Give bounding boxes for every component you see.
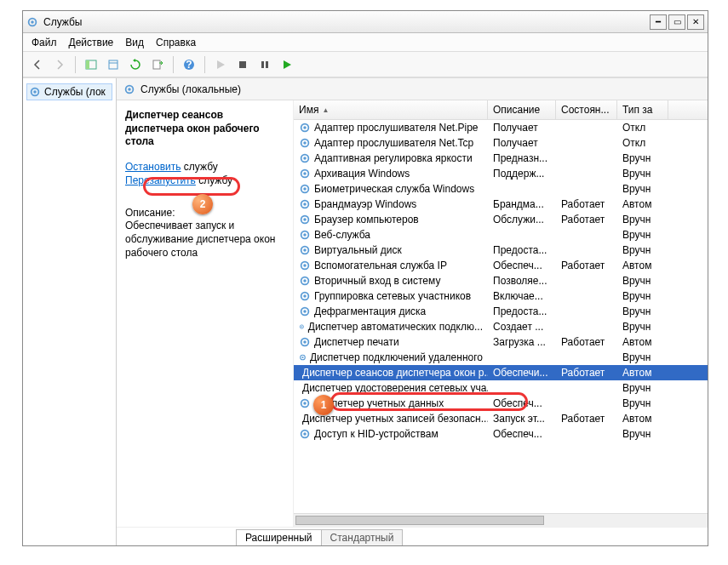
cell-desc: Загрузка ... xyxy=(488,336,556,348)
back-button[interactable] xyxy=(28,55,47,74)
cell-name: Диспетчер автоматических подклю... xyxy=(294,321,488,333)
menu-help[interactable]: Справка xyxy=(156,37,196,49)
gear-icon xyxy=(299,428,311,440)
minimize-button[interactable]: ━ xyxy=(650,14,667,30)
close-button[interactable]: ✕ xyxy=(687,14,704,30)
cell-name: Дефрагментация диска xyxy=(294,305,488,317)
menu-file[interactable]: Файл xyxy=(32,37,57,49)
restart-service-button[interactable] xyxy=(278,55,296,74)
service-row[interactable]: Доступ к HID-устройствамОбеспеч...Вручн xyxy=(294,426,708,442)
forward-button[interactable] xyxy=(50,55,69,74)
service-row[interactable]: Диспетчер учетных записей безопасн...Зап… xyxy=(294,411,708,426)
refresh-button[interactable] xyxy=(126,55,145,74)
cell-desc: Создает ... xyxy=(488,321,556,333)
show-hide-tree-button[interactable] xyxy=(82,55,100,74)
content-body: Диспетчер сеансов диспетчера окон рабоче… xyxy=(117,100,708,527)
svg-point-15 xyxy=(128,88,131,91)
cell-type: Откл xyxy=(617,122,668,134)
gear-icon xyxy=(299,351,307,363)
service-row[interactable]: Диспетчер удостоверения сетевых уча...Вр… xyxy=(294,380,708,396)
cell-state: Работает xyxy=(556,260,617,271)
cell-name: Вспомогательная служба IP xyxy=(294,260,488,271)
menu-action[interactable]: Действие xyxy=(69,37,114,49)
tree-item-services[interactable]: Службы (лок xyxy=(26,83,112,100)
service-row[interactable]: Браузер компьютеровОбслужи...РаботаетВру… xyxy=(294,212,708,227)
service-row[interactable]: Диспетчер подключений удаленногоВручн xyxy=(294,350,708,365)
service-row[interactable]: Адаптивная регулировка яркостиПредназн..… xyxy=(294,151,708,166)
svg-point-57 xyxy=(303,432,307,436)
gear-icon xyxy=(299,152,311,164)
col-name[interactable]: Имя▲ xyxy=(294,100,488,119)
svg-point-19 xyxy=(303,141,307,145)
pause-service-button[interactable] xyxy=(255,55,274,74)
help-button[interactable]: ? xyxy=(180,55,198,74)
stop-service-button[interactable] xyxy=(233,55,252,74)
scrollbar-thumb[interactable] xyxy=(295,516,544,525)
service-row[interactable]: Вспомогательная служба IPОбеспеч...Работ… xyxy=(294,258,708,273)
tab-standard[interactable]: Стандартный xyxy=(321,529,404,545)
restart-suffix: службу xyxy=(196,174,232,186)
export-button[interactable] xyxy=(148,55,167,74)
svg-point-45 xyxy=(303,340,307,344)
cell-type: Автом xyxy=(617,413,668,425)
service-row[interactable]: Адаптер прослушивателя Net.PipeПолучаетО… xyxy=(294,120,708,135)
service-row[interactable]: Биометрическая служба WindowsВручн xyxy=(294,181,708,197)
service-row[interactable]: Группировка сетевых участниковВключае...… xyxy=(294,288,708,304)
service-row[interactable]: Диспетчер учетных данныхОбеспеч...Вручн xyxy=(294,396,708,411)
separator xyxy=(204,56,205,73)
cell-state: Работает xyxy=(556,367,617,379)
service-list[interactable]: Адаптер прослушивателя Net.PipeПолучаетО… xyxy=(294,120,708,513)
svg-point-47 xyxy=(301,357,303,358)
gear-icon xyxy=(299,321,305,333)
cell-state: Работает xyxy=(556,413,617,425)
tab-extended[interactable]: Расширенный xyxy=(236,529,322,545)
cell-name: Диспетчер удостоверения сетевых уча... xyxy=(294,382,488,394)
svg-point-37 xyxy=(303,279,307,282)
service-row[interactable]: Диспетчер сеансов диспетчера окон р...Об… xyxy=(294,365,708,380)
svg-text:?: ? xyxy=(186,59,192,71)
restart-service-link[interactable]: Перезапустить xyxy=(125,174,196,186)
cell-desc: Брандма... xyxy=(488,198,556,210)
svg-rect-4 xyxy=(109,60,118,69)
service-row[interactable]: Диспетчер автоматических подклю...Создае… xyxy=(294,319,708,334)
list-header: Имя▲ Описание Состоян... Тип за xyxy=(294,100,708,120)
cell-name: Архивация Windows xyxy=(294,168,488,180)
services-icon xyxy=(26,16,38,28)
service-row[interactable]: Диспетчер печатиЗагрузка ...РаботаетАвто… xyxy=(294,334,708,350)
start-service-button[interactable] xyxy=(211,55,230,74)
horizontal-scrollbar[interactable] xyxy=(294,513,708,527)
svg-point-27 xyxy=(303,203,307,206)
col-startup-type[interactable]: Тип за xyxy=(617,100,668,119)
cell-state: Работает xyxy=(556,214,617,225)
list-pane: Имя▲ Описание Состоян... Тип за Адаптер … xyxy=(294,100,708,527)
svg-point-13 xyxy=(33,90,37,94)
service-row[interactable]: Архивация WindowsПоддерж...Вручн xyxy=(294,166,708,181)
col-state[interactable]: Состоян... xyxy=(556,100,617,119)
content-pane: Службы (локальные) Диспетчер сеансов дис… xyxy=(117,78,708,545)
stop-link-row: Остановить службу xyxy=(125,161,284,173)
cell-name: Виртуальный диск xyxy=(294,244,488,256)
service-row[interactable]: Виртуальный дискПредоста...Вручн xyxy=(294,243,708,258)
sort-asc-icon: ▲ xyxy=(322,106,329,114)
cell-type: Вручн xyxy=(617,152,668,164)
menu-view[interactable]: Вид xyxy=(125,37,144,49)
cell-type: Откл xyxy=(617,137,668,149)
service-row[interactable]: Веб-службаВручн xyxy=(294,227,708,243)
restart-link-row: Перезапустить службу xyxy=(125,174,284,186)
service-row[interactable]: Брандмауэр WindowsБрандма...РаботаетАвто… xyxy=(294,197,708,212)
cell-desc: Включае... xyxy=(488,290,556,302)
properties-button[interactable] xyxy=(104,55,123,74)
tree-pane: Службы (лок xyxy=(23,78,117,545)
description-text: Обеспечивает запуск и обслуживание диспе… xyxy=(125,219,284,260)
col-description[interactable]: Описание xyxy=(488,100,556,119)
cell-desc: Обслужи... xyxy=(488,214,556,225)
cell-type: Вручн xyxy=(617,397,668,409)
service-row[interactable]: Дефрагментация дискаПредоста...Вручн xyxy=(294,304,708,319)
maximize-button[interactable]: ▭ xyxy=(668,14,685,30)
stop-service-link[interactable]: Остановить xyxy=(125,161,181,173)
service-row[interactable]: Вторичный вход в системуПозволяе...Вручн xyxy=(294,273,708,288)
cell-desc: Запуск эт... xyxy=(488,413,556,425)
service-row[interactable]: Адаптер прослушивателя Net.TcpПолучаетОт… xyxy=(294,135,708,151)
selected-service-title: Диспетчер сеансов диспетчера окон рабоче… xyxy=(125,109,284,149)
cell-type: Вручн xyxy=(617,214,668,225)
